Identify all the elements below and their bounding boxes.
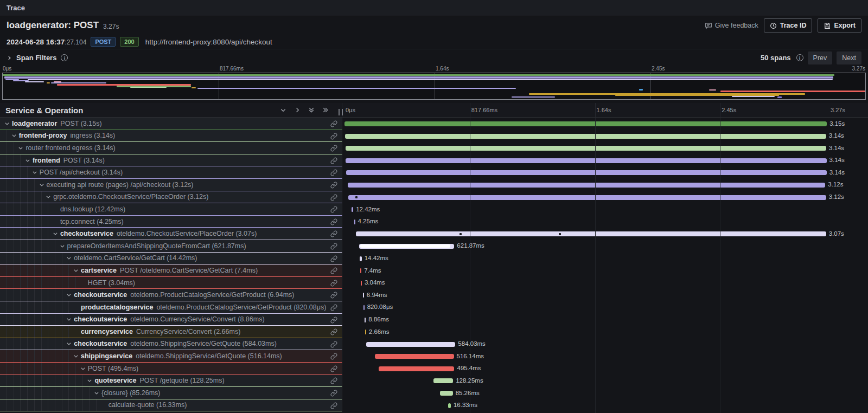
span-row[interactable]: tcp.connect (4.25ms) — [0, 216, 342, 228]
span-row[interactable]: loadgeneratorPOST (3.15s) — [0, 118, 342, 130]
collapse-all-icon[interactable] — [308, 107, 315, 113]
span-timeline-row[interactable]: 3.14s — [342, 130, 868, 143]
span-link-icon[interactable] — [330, 132, 337, 142]
span-timeline-row[interactable]: 820.08μs — [342, 301, 868, 314]
give-feedback-link[interactable]: Give feedback — [705, 22, 758, 29]
chevron-down-icon[interactable] — [53, 231, 60, 236]
span-bar[interactable] — [356, 231, 826, 236]
collapse-one-icon[interactable] — [280, 107, 286, 113]
span-link-icon[interactable] — [330, 120, 337, 130]
chevron-down-icon[interactable] — [11, 133, 19, 138]
span-bar[interactable] — [365, 330, 366, 334]
chevron-down-icon[interactable] — [66, 255, 74, 261]
span-link-icon[interactable] — [330, 389, 337, 399]
span-row[interactable]: executing api route (pages) /api/checkou… — [0, 179, 342, 191]
span-link-icon[interactable] — [330, 377, 337, 386]
span-bar[interactable] — [345, 134, 826, 139]
span-bar[interactable] — [348, 183, 826, 188]
span-link-icon[interactable] — [330, 304, 337, 313]
chevron-down-icon[interactable] — [32, 170, 40, 175]
span-bar[interactable] — [448, 403, 451, 408]
span-timeline-row[interactable]: 3.07s — [342, 228, 868, 240]
span-link-icon[interactable] — [330, 255, 337, 264]
expand-one-icon[interactable] — [294, 107, 301, 113]
span-link-icon[interactable] — [330, 144, 337, 154]
span-row[interactable]: grpc.oteldemo.CheckoutService/PlaceOrder… — [0, 191, 342, 204]
span-timeline-row[interactable]: 16.33ms — [342, 399, 868, 412]
span-timeline-row[interactable]: 7.4ms — [342, 264, 868, 277]
chevron-down-icon[interactable] — [66, 317, 74, 322]
expand-all-icon[interactable] — [322, 107, 329, 113]
span-bar[interactable] — [346, 170, 827, 175]
span-bar[interactable] — [366, 342, 456, 347]
span-row[interactable]: quoteservicePOST /getquote (128.25ms) — [0, 375, 342, 387]
span-row[interactable]: shippingserviceoteldemo.ShippingService/… — [0, 350, 342, 363]
span-link-icon[interactable] — [330, 352, 337, 362]
span-row[interactable]: HGET (3.04ms) — [0, 277, 342, 289]
span-bar[interactable] — [344, 121, 827, 126]
span-link-icon[interactable] — [330, 328, 337, 338]
prev-button[interactable]: Prev — [808, 51, 833, 64]
span-row[interactable]: frontendPOST (3.14s) — [0, 154, 342, 167]
chevron-down-icon[interactable] — [66, 292, 74, 298]
span-timeline-row[interactable]: 495.4ms — [342, 363, 868, 375]
span-row[interactable]: prepareOrderItemsAndShippingQuoteFromCar… — [0, 240, 342, 253]
span-link-icon[interactable] — [330, 181, 337, 191]
chevron-down-icon[interactable] — [25, 158, 33, 163]
span-bar[interactable] — [379, 366, 455, 371]
chevron-down-icon[interactable] — [73, 353, 81, 359]
span-bar[interactable] — [433, 378, 453, 383]
chevron-down-icon[interactable] — [39, 182, 47, 188]
span-row[interactable]: currencyserviceCurrencyService/Convert (… — [0, 326, 342, 338]
span-timeline-row[interactable]: 3.14s — [342, 166, 868, 179]
chevron-down-icon[interactable] — [87, 378, 94, 383]
span-timeline-row[interactable]: 3.04ms — [342, 277, 868, 289]
span-timeline-row[interactable]: 128.25ms — [342, 375, 868, 387]
span-row[interactable]: POST (495.4ms) — [0, 363, 342, 375]
span-link-icon[interactable] — [330, 279, 337, 289]
span-timeline-row[interactable]: 12.42ms — [342, 203, 868, 216]
span-filters-toggle[interactable]: Span Filters i — [7, 54, 68, 62]
span-link-icon[interactable] — [330, 218, 337, 228]
span-bar[interactable] — [361, 281, 362, 286]
span-bar[interactable] — [354, 220, 355, 224]
span-bar[interactable] — [375, 354, 454, 359]
span-bar[interactable] — [346, 158, 826, 163]
span-timeline-row[interactable]: 3.14s — [342, 154, 868, 167]
span-timeline-row[interactable]: 3.15s — [342, 118, 868, 130]
span-link-icon[interactable] — [330, 205, 337, 215]
span-timeline-row[interactable]: 14.42ms — [342, 253, 868, 265]
trace-minimap[interactable] — [2, 73, 866, 100]
span-bar[interactable] — [352, 207, 354, 212]
span-timeline-row[interactable]: 8.86ms — [342, 314, 868, 326]
span-link-icon[interactable] — [330, 291, 337, 301]
span-link-icon[interactable] — [330, 169, 337, 178]
span-row[interactable]: productcatalogserviceoteldemo.ProductCat… — [0, 301, 342, 314]
span-link-icon[interactable] — [330, 316, 337, 326]
span-link-icon[interactable] — [330, 230, 337, 240]
span-bar[interactable] — [440, 391, 453, 396]
span-row[interactable]: router frontend egress (3.14s) — [0, 142, 342, 154]
span-row[interactable]: checkoutserviceoteldemo.ShippingService/… — [0, 338, 342, 351]
span-bar[interactable] — [363, 305, 365, 310]
chevron-down-icon[interactable] — [94, 390, 101, 396]
span-link-icon[interactable] — [330, 402, 337, 411]
span-timeline-row[interactable]: 4.25ms — [342, 216, 868, 228]
chevron-down-icon[interactable] — [18, 145, 25, 151]
span-timeline-row[interactable]: 3.14s — [342, 142, 868, 154]
span-link-icon[interactable] — [330, 267, 337, 276]
span-bar[interactable] — [346, 146, 826, 151]
span-row[interactable]: checkoutserviceoteldemo.CurrencyService/… — [0, 314, 342, 326]
next-button[interactable]: Next — [837, 51, 861, 64]
span-row[interactable]: checkoutserviceoteldemo.ProductCatalogSe… — [0, 289, 342, 301]
span-link-icon[interactable] — [330, 157, 337, 166]
span-link-icon[interactable] — [330, 242, 337, 252]
span-timeline-row[interactable]: 2.66ms — [342, 326, 868, 338]
span-row[interactable]: dns.lookup (12.42ms) — [0, 203, 342, 216]
span-row[interactable]: cartservicePOST /oteldemo.CartService/Ge… — [0, 264, 342, 277]
span-bar[interactable] — [365, 318, 366, 322]
export-button[interactable]: Export — [818, 18, 861, 33]
span-row[interactable]: frontend-proxyingress (3.14s) — [0, 130, 342, 143]
span-bar[interactable] — [359, 244, 455, 249]
chevron-down-icon[interactable] — [4, 121, 12, 126]
